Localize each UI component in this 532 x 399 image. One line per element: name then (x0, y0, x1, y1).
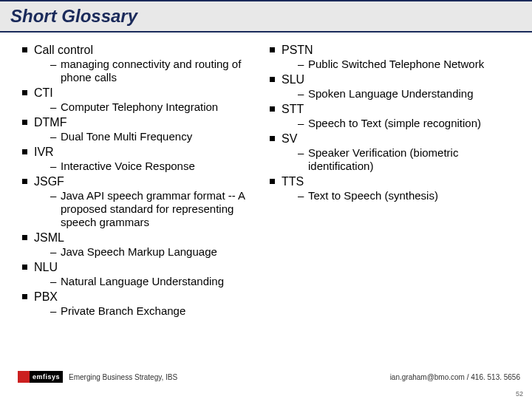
footer-left-text: Emerging Business Strategy, IBS (69, 373, 177, 381)
slide-title: Short Glossary (10, 6, 137, 26)
glossary-item: CTIComputer Telephony Integration (22, 86, 270, 114)
right-column: PSTNPublic Switched Telephone NetworkSLU… (270, 43, 517, 319)
glossary-term: SLU (282, 72, 517, 87)
glossary-term: NLU (34, 260, 270, 275)
glossary-definition: Speech to Text (simple recognition) (298, 117, 517, 130)
glossary-item: SLUSpoken Language Understanding (270, 72, 517, 100)
glossary-definition: Spoken Language Understanding (298, 87, 517, 100)
glossary-item: STTSpeech to Text (simple recognition) (270, 102, 517, 130)
glossary-definition: Java Speech Markup Language (50, 245, 270, 259)
glossary-item: IVRInteractive Voice Response (22, 145, 270, 173)
glossary-term: Call control (34, 43, 270, 58)
glossary-definition: Java API speech grammar format -- A prop… (50, 189, 270, 229)
glossary-definition: Speaker Verification (biometric identifi… (298, 146, 517, 173)
content-area: Call controlmanaging connectivity and ro… (0, 33, 532, 319)
glossary-item: Call controlmanaging connectivity and ro… (22, 43, 270, 84)
title-bar: Short Glossary (0, 0, 532, 33)
glossary-term: PSTN (282, 43, 517, 58)
glossary-definition: Private Branch Exchange (50, 304, 270, 318)
glossary-item: PSTNPublic Switched Telephone Network (270, 43, 517, 71)
glossary-term: JSGF (34, 174, 270, 189)
logo: emfisys (18, 371, 63, 383)
glossary-item: JSMLJava Speech Markup Language (22, 231, 270, 259)
glossary-term: CTI (34, 86, 270, 100)
glossary-definition: Public Switched Telephone Network (298, 58, 517, 71)
glossary-definition: Computer Telephony Integration (50, 100, 270, 114)
page-number: 52 (516, 390, 523, 398)
glossary-term: TTS (282, 174, 517, 189)
glossary-term: SV (282, 132, 517, 146)
glossary-item: SVSpeaker Verification (biometric identi… (270, 132, 517, 173)
glossary-term: IVR (34, 145, 270, 160)
left-column: Call controlmanaging connectivity and ro… (22, 43, 270, 319)
glossary-item: PBXPrivate Branch Exchange (22, 290, 270, 318)
glossary-definition: Natural Language Understanding (50, 275, 270, 288)
glossary-definition: Interactive Voice Response (50, 160, 270, 173)
footer-right-text: ian.graham@bmo.com / 416. 513. 5656 (390, 373, 520, 381)
logo-mark (18, 371, 30, 383)
glossary-definition: Dual Tone Multi Frequency (50, 130, 270, 143)
logo-text: emfisys (30, 371, 63, 383)
glossary-item: NLUNatural Language Understanding (22, 260, 270, 288)
glossary-definition: managing connectivity and routing of pho… (50, 58, 270, 84)
glossary-definition: Text to Speech (synthesis) (298, 189, 517, 202)
glossary-term: JSML (34, 231, 270, 245)
glossary-item: TTSText to Speech (synthesis) (270, 174, 517, 202)
glossary-term: PBX (34, 290, 270, 304)
glossary-item: DTMFDual Tone Multi Frequency (22, 115, 270, 143)
glossary-term: STT (282, 102, 517, 117)
glossary-term: DTMF (34, 115, 270, 130)
footer: emfisys Emerging Business Strategy, IBS … (0, 368, 532, 386)
glossary-item: JSGFJava API speech grammar format -- A … (22, 174, 270, 229)
